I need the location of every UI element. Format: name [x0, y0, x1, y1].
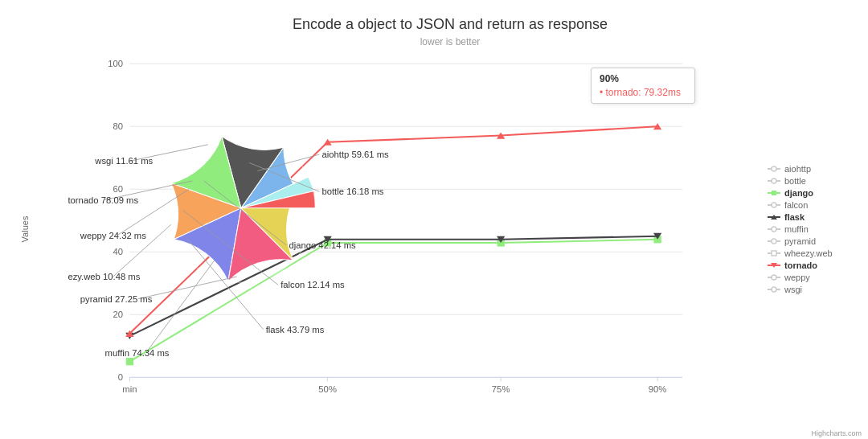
tooltip-value: • tornado: 79.32ms: [600, 87, 686, 98]
legend-label-falcon: falcon: [784, 200, 808, 210]
svg-point-67: [772, 227, 776, 232]
svg-rect-61: [772, 191, 776, 195]
svg-rect-21: [126, 359, 133, 365]
chart-subtitle: lower is better: [48, 36, 852, 47]
legend-marker-bottle: [768, 178, 780, 184]
svg-point-69: [772, 239, 776, 244]
svg-point-77: [772, 287, 776, 292]
svg-text:flask 43.79 ms: flask 43.79 ms: [266, 325, 325, 334]
svg-text:tornado 78.09 ms: tornado 78.09 ms: [68, 195, 138, 205]
legend-marker-falcon: [768, 202, 780, 208]
svg-point-63: [772, 203, 776, 207]
svg-point-57: [772, 166, 776, 171]
legend-label-wsgi: wsgi: [784, 285, 802, 294]
svg-text:ezy.web 10.48 ms: ezy.web 10.48 ms: [68, 272, 140, 281]
tooltip-title: 90%: [600, 73, 686, 84]
legend-label-aiohttp: aiohttp: [784, 164, 811, 174]
legend-marker-tornado: [768, 262, 780, 269]
svg-text:90%: 90%: [649, 384, 667, 394]
svg-text:0: 0: [118, 372, 123, 382]
svg-line-44: [146, 260, 215, 352]
legend-item-falcon[interactable]: falcon: [768, 200, 852, 210]
svg-line-46: [138, 277, 237, 299]
svg-point-59: [772, 178, 776, 183]
legend-label-django: django: [784, 188, 813, 198]
credits: Highcharts.com: [811, 429, 862, 437]
svg-text:60: 60: [113, 184, 124, 194]
svg-text:pyramid 27.25 ms: pyramid 27.25 ms: [80, 294, 153, 304]
svg-text:weppy 24.32 ms: weppy 24.32 ms: [80, 231, 146, 240]
svg-text:aiohttp 59.61 ms: aiohttp 59.61 ms: [321, 150, 389, 159]
legend: aiohttp bottle django falc: [755, 55, 852, 402]
chart-container: Encode a object to JSON and return as re…: [0, 0, 868, 439]
legend-item-wsgi[interactable]: wsgi: [768, 285, 852, 294]
svg-text:20: 20: [113, 310, 124, 319]
main-svg: 0 20 40 60 80 100 min 50% 75% 90%: [48, 55, 755, 402]
legend-label-tornado: tornado: [784, 261, 817, 270]
chart-title: Encode a object to JSON and return as re…: [48, 16, 852, 33]
legend-item-tornado[interactable]: tornado: [768, 261, 852, 270]
legend-marker-muffin: [768, 226, 780, 232]
svg-text:muffin 74.34 ms: muffin 74.34 ms: [105, 348, 170, 358]
svg-text:falcon 12.14 ms: falcon 12.14 ms: [280, 280, 345, 289]
legend-item-muffin[interactable]: muffin: [768, 224, 852, 234]
svg-text:100: 100: [108, 59, 123, 68]
svg-rect-71: [772, 251, 776, 256]
legend-label-weppy: weppy: [784, 273, 810, 282]
legend-label-bottle: bottle: [784, 176, 806, 186]
legend-item-weppy[interactable]: weppy: [768, 273, 852, 282]
svg-text:bottle 16.18 ms: bottle 16.18 ms: [321, 187, 383, 196]
svg-text:80: 80: [113, 121, 124, 131]
legend-marker-weppy: [768, 274, 780, 281]
legend-item-flask[interactable]: flask: [768, 212, 852, 222]
svg-text:wsgi 11.61 ms: wsgi 11.61 ms: [94, 156, 153, 166]
legend-marker-pyramid: [768, 238, 780, 244]
svg-text:min: min: [122, 384, 137, 394]
svg-point-75: [772, 275, 776, 280]
legend-item-django[interactable]: django: [768, 188, 852, 198]
chart-body: Values 0 20 40: [48, 55, 852, 402]
tooltip: 90% • tornado: 79.32ms: [591, 68, 695, 104]
y-axis-label: Values: [20, 215, 30, 242]
legend-label-wheezyweb: wheezy.web: [784, 248, 833, 258]
legend-item-pyramid[interactable]: pyramid: [768, 236, 852, 246]
svg-text:django 42.14 ms: django 42.14 ms: [289, 240, 356, 250]
legend-label-muffin: muffin: [784, 224, 809, 234]
svg-text:50%: 50%: [318, 384, 337, 394]
tooltip-text: • tornado: 79.32ms: [600, 87, 681, 98]
legend-item-wheezyweb[interactable]: wheezy.web: [768, 248, 852, 258]
legend-item-aiohttp[interactable]: aiohttp: [768, 164, 852, 174]
svg-text:40: 40: [113, 247, 124, 256]
legend-marker-aiohttp: [768, 166, 780, 172]
legend-marker-wsgi: [768, 286, 780, 293]
legend-marker-django: [768, 190, 780, 196]
chart-area: 0 20 40 60 80 100 min 50% 75% 90%: [48, 55, 755, 402]
legend-marker-flask: [768, 214, 780, 220]
legend-marker-wheezyweb: [768, 250, 780, 256]
svg-text:75%: 75%: [492, 384, 510, 394]
pie-chart: [167, 133, 316, 282]
legend-label-flask: flask: [784, 212, 805, 222]
legend-label-pyramid: pyramid: [784, 236, 816, 246]
legend-item-bottle[interactable]: bottle: [768, 176, 852, 186]
